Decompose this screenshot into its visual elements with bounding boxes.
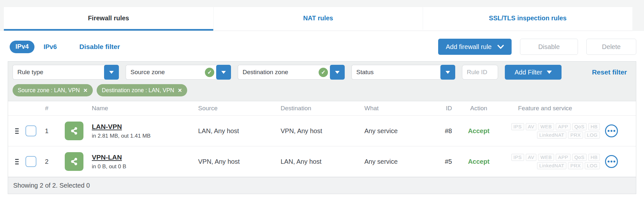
destination-zone-filter-label: Destination zone — [243, 69, 316, 76]
av-badge: AV — [526, 154, 537, 161]
drag-handle-icon[interactable] — [15, 128, 19, 134]
rule-type-filter[interactable]: Rule type — [13, 65, 119, 80]
table-row: 1 LAN-VPN in 2.81 MB, out 1.41 MB LAN, A… — [8, 116, 636, 146]
toolbar-actions: Add firewall rule Disable Delete — [438, 39, 636, 55]
name-block: LAN-VPN in 2.81 MB, out 1.41 MB — [92, 123, 150, 139]
status-filter-dropdown-button[interactable] — [440, 65, 455, 80]
row-number: 1 — [40, 127, 53, 135]
check-circle-icon: ✓ — [205, 68, 214, 77]
log-badge: LOG — [585, 132, 600, 139]
tab-nat-rules[interactable]: NAT rules — [213, 7, 423, 31]
prx-badge: PRX — [568, 162, 583, 169]
ipv4-toggle[interactable]: IPv4 — [10, 41, 34, 53]
table-row: 2 VPN-LAN in 0 B, out 0 B VPN, Any host … — [8, 146, 636, 177]
feature-badges: IPS AV WEB APP QoS HB LinkedNAT PRX LOG — [511, 154, 600, 169]
feature-cell: IPS AV WEB APP QoS HB LinkedNAT PRX LOG — [498, 123, 636, 139]
qos-badge: QoS — [572, 123, 587, 130]
action-cell: Accept — [459, 127, 498, 135]
reset-filter-link[interactable]: Reset filter — [592, 68, 627, 76]
more-options-ellipsis-icon[interactable] — [605, 155, 618, 168]
tab-ssl-tls-inspection-rules[interactable]: SSL/TLS inspection rules — [423, 7, 632, 31]
triangle-down-icon — [446, 71, 450, 74]
status-filter-field: Status — [351, 65, 442, 80]
remove-chip-icon[interactable]: ✕ — [178, 87, 182, 93]
web-badge: WEB — [538, 154, 554, 161]
tabbar-band: Firewall rules NAT rules SSL/TLS inspect… — [0, 0, 644, 31]
qos-badge: QoS — [572, 154, 587, 161]
source-zone-filter[interactable]: Source zone ✓ — [126, 65, 231, 80]
source-cell: LAN, Any host — [190, 127, 273, 135]
source-cell: VPN, Any host — [190, 158, 273, 165]
rule-name-link[interactable]: VPN-LAN — [92, 153, 126, 161]
delete-button[interactable]: Delete — [586, 39, 636, 55]
header-what: What — [356, 105, 430, 112]
header-destination: Destination — [273, 105, 356, 112]
filter-panel: Rule type Source zone ✓ Destination zone… — [8, 62, 636, 101]
firewall-rules-panel: Rule type Source zone ✓ Destination zone… — [8, 61, 636, 194]
rule-type-filter-field: Rule type — [13, 65, 105, 80]
destination-zone-filter[interactable]: Destination zone ✓ — [238, 65, 345, 80]
feature-badges: IPS AV WEB APP QoS HB LinkedNAT PRX LOG — [511, 123, 600, 139]
network-share-icon — [65, 152, 83, 171]
tabbar: Firewall rules NAT rules SSL/TLS inspect… — [4, 7, 632, 31]
more-options-ellipsis-icon[interactable] — [605, 124, 618, 137]
name-cell: LAN-VPN in 2.81 MB, out 1.41 MB — [53, 122, 190, 140]
drag-cell — [8, 128, 25, 134]
table-footer: Showing 2 of 2. Selected 0 — [8, 177, 636, 194]
triangle-down-icon — [547, 71, 552, 74]
av-badge: AV — [526, 123, 537, 130]
name-block: VPN-LAN in 0 B, out 0 B — [92, 153, 126, 170]
rule-id-cell: #5 — [430, 158, 459, 165]
disable-filter-link[interactable]: Disable filter — [79, 43, 120, 51]
name-cell: VPN-LAN in 0 B, out 0 B — [53, 152, 190, 171]
linkednat-badge: LinkedNAT — [537, 162, 567, 169]
badge-line-2: LinkedNAT PRX LOG — [537, 162, 600, 169]
log-badge: LOG — [585, 162, 600, 169]
badge-line-2: LinkedNAT PRX LOG — [537, 132, 600, 139]
drag-handle-icon[interactable] — [15, 159, 19, 164]
app-badge: APP — [556, 123, 571, 130]
row-checkbox[interactable] — [25, 125, 36, 136]
filter-row: Rule type Source zone ✓ Destination zone… — [13, 65, 631, 80]
rule-name-link[interactable]: LAN-VPN — [92, 123, 150, 131]
header-action: Action — [459, 105, 498, 112]
rule-traffic: in 0 B, out 0 B — [92, 163, 126, 170]
source-zone-filter-chip: Source zone : LAN, VPN ✕ — [13, 84, 93, 96]
destination-zone-filter-field: Destination zone ✓ — [238, 65, 331, 80]
destination-cell: LAN, Any host — [273, 158, 356, 165]
chevron-down-icon — [497, 45, 504, 49]
web-badge: WEB — [538, 123, 554, 130]
linkednat-badge: LinkedNAT — [537, 132, 567, 139]
rule-type-filter-dropdown-button[interactable] — [104, 65, 119, 80]
status-filter[interactable]: Status — [351, 65, 455, 80]
triangle-down-icon — [221, 71, 226, 74]
add-firewall-rule-button[interactable]: Add firewall rule — [438, 39, 512, 55]
header-feature-and-service: Feature and service — [498, 105, 636, 112]
add-filter-button[interactable]: Add Filter — [505, 65, 562, 80]
destination-cell: VPN, Any host — [273, 127, 356, 135]
rule-traffic: in 2.81 MB, out 1.41 MB — [92, 133, 150, 139]
hb-badge: HB — [588, 154, 600, 161]
add-firewall-rule-label: Add firewall rule — [446, 43, 492, 51]
header-id: ID — [430, 105, 459, 112]
check-circle-icon: ✓ — [319, 68, 328, 77]
destination-zone-filter-dropdown-button[interactable] — [330, 65, 345, 80]
ipv6-toggle[interactable]: IPv6 — [43, 43, 57, 51]
row-checkbox[interactable] — [25, 156, 36, 167]
rule-id-input[interactable] — [462, 65, 498, 80]
hb-badge: HB — [588, 123, 600, 130]
source-zone-filter-dropdown-button[interactable] — [216, 65, 231, 80]
checkbox-cell — [25, 156, 40, 167]
tab-firewall-rules[interactable]: Firewall rules — [4, 7, 213, 31]
triangle-down-icon — [109, 71, 114, 74]
what-cell: Any service — [356, 158, 430, 165]
remove-chip-icon[interactable]: ✕ — [83, 87, 88, 93]
rule-id-cell: #8 — [430, 127, 459, 135]
feature-cell: IPS AV WEB APP QoS HB LinkedNAT PRX LOG — [498, 154, 636, 169]
network-share-icon — [65, 122, 83, 140]
disable-button[interactable]: Disable — [520, 39, 578, 55]
source-zone-filter-chip-label: Source zone : LAN, VPN — [18, 87, 80, 94]
what-cell: Any service — [356, 127, 430, 135]
header-num: # — [40, 105, 53, 112]
ips-badge: IPS — [511, 123, 524, 130]
